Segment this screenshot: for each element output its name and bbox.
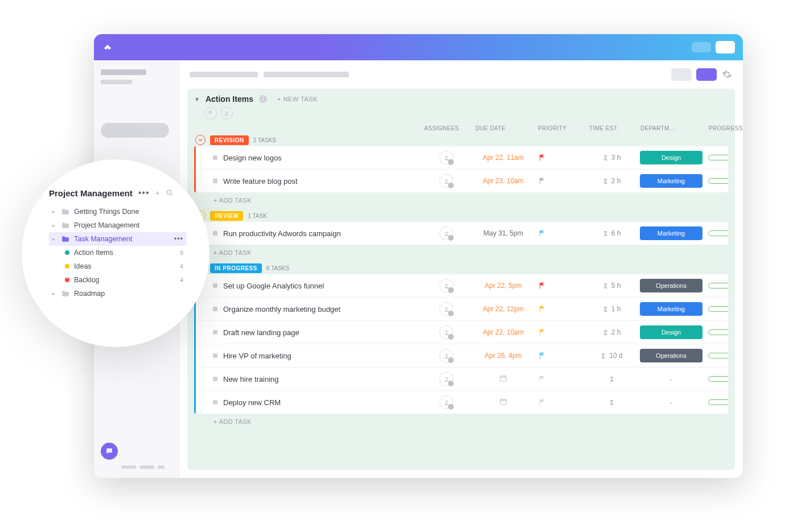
task-due-date[interactable]: Apr 22, 5pm (475, 282, 532, 290)
assignee-placeholder[interactable] (439, 226, 453, 240)
assignee-placeholder[interactable] (439, 279, 453, 292)
task-progress[interactable]: 0% (708, 353, 728, 359)
task-department-tag[interactable]: Marketing (640, 226, 702, 240)
space-more-button[interactable]: ••• (138, 188, 150, 198)
task-department-empty[interactable]: - (640, 398, 702, 407)
task-department-tag[interactable]: Marketing (640, 302, 702, 316)
nav-folder-item[interactable]: ▸ Task Management ••• (49, 232, 187, 246)
task-row[interactable]: Deploy new CRM - 0% (196, 390, 728, 414)
assignee-placeholder[interactable] (439, 151, 453, 164)
nav-folder-item[interactable]: ▸ Roadmap (49, 287, 187, 300)
task-due-date[interactable]: Apr 26, 4pm (475, 352, 532, 360)
nav-item-more[interactable]: ••• (174, 235, 183, 243)
task-department-tag[interactable]: Design (640, 151, 702, 164)
task-progress[interactable]: 0% (708, 178, 728, 184)
assignee-placeholder[interactable] (439, 349, 453, 362)
task-due-date[interactable]: May 31, 5pm (475, 229, 532, 237)
add-task-button[interactable]: + ADD TASK (194, 245, 728, 257)
task-row[interactable]: Run productivity Adwords campaign May 31… (196, 222, 728, 245)
chat-button[interactable] (101, 443, 118, 460)
nav-folder-item[interactable]: ▸ Project Management (49, 218, 187, 232)
group-status-label[interactable]: IN PROGRESS (210, 263, 262, 273)
add-task-button[interactable]: + ADD TASK (194, 192, 728, 205)
info-icon[interactable]: i (259, 95, 267, 103)
column-progress[interactable]: PROGRESS (709, 125, 743, 131)
task-time-estimate[interactable]: 1 h (589, 305, 634, 313)
task-progress[interactable]: 0% (708, 399, 728, 406)
assignee-placeholder[interactable] (439, 395, 453, 409)
sidebar-search[interactable] (101, 123, 169, 138)
nav-list-item[interactable]: Action Items 9 (49, 246, 187, 259)
titlebar-toggle-primary[interactable] (716, 41, 735, 53)
task-priority-flag[interactable] (537, 304, 547, 314)
settings-button[interactable] (721, 69, 733, 80)
new-task-button[interactable]: + NEW TASK (277, 96, 318, 102)
task-row[interactable]: Set up Google Analytics funnel Apr 22, 5… (196, 274, 728, 297)
task-time-estimate-empty[interactable] (589, 376, 634, 382)
task-department-empty[interactable]: - (640, 375, 702, 383)
view-toggle-button[interactable] (671, 68, 692, 81)
task-row[interactable]: New hire training - 0% (196, 367, 728, 390)
task-row[interactable]: Design new logos Apr 22, 11am 3 h Design… (196, 146, 728, 169)
task-due-date[interactable]: Apr 22, 12pm (475, 305, 532, 313)
assignee-placeholder-icon[interactable] (220, 107, 233, 119)
task-department-tag[interactable]: Design (640, 325, 702, 339)
task-time-estimate[interactable]: 5 h (589, 282, 634, 290)
task-progress[interactable]: 0% (708, 329, 728, 336)
task-time-estimate-empty[interactable] (589, 399, 634, 406)
column-assignees[interactable]: ASSIGNEES (424, 125, 470, 131)
task-progress[interactable]: 0% (708, 230, 728, 237)
task-due-date[interactable]: Apr 22, 11am (475, 154, 532, 162)
task-progress[interactable]: 0% (708, 283, 728, 289)
view-toggle-button-active[interactable] (696, 68, 717, 81)
nav-folder-item[interactable]: ▸ Getting Things Done (49, 205, 187, 218)
task-priority-flag[interactable] (537, 351, 547, 360)
task-row[interactable]: Hire VP of marketing Apr 26, 4pm 10 d Op… (196, 344, 728, 367)
task-progress[interactable]: 0% (708, 376, 728, 382)
space-add-button[interactable]: + (155, 188, 160, 197)
task-time-estimate[interactable]: 3 h (589, 154, 634, 162)
task-due-date[interactable]: Apr 23, 10am (475, 177, 532, 185)
task-department-tag[interactable]: Operations (640, 279, 702, 292)
assignee-placeholder[interactable] (439, 174, 453, 188)
task-due-date[interactable]: Apr 22, 10am (475, 328, 532, 336)
group-status-label[interactable]: REVISION (210, 135, 249, 145)
task-due-date-empty[interactable] (475, 398, 532, 407)
group-status-label[interactable]: REVIEW (210, 211, 243, 221)
assignee-placeholder[interactable] (439, 372, 453, 386)
task-priority-flag[interactable] (537, 229, 547, 238)
task-row[interactable]: Draft new landing page Apr 22, 10am 2 h … (196, 320, 728, 344)
task-priority-flag[interactable] (537, 176, 547, 185)
nav-list-item[interactable]: Ideas 4 (49, 259, 187, 273)
column-due-date[interactable]: DUE DATE (475, 125, 532, 131)
task-priority-empty[interactable] (537, 374, 547, 383)
task-time-estimate[interactable]: 6 h (589, 229, 634, 237)
task-priority-flag[interactable] (537, 281, 547, 290)
task-time-estimate[interactable]: 2 h (589, 177, 634, 185)
flag-icon (538, 305, 546, 313)
space-search-button[interactable] (166, 189, 174, 197)
add-task-button[interactable]: + ADD TASK (194, 414, 728, 426)
task-time-estimate[interactable]: 2 h (589, 328, 634, 336)
task-progress[interactable]: 0% (708, 306, 728, 312)
task-department-tag[interactable]: Operations (640, 349, 702, 362)
nav-list-item[interactable]: Backlog 4 (49, 273, 187, 287)
task-department-tag[interactable]: Marketing (640, 174, 702, 188)
priority-placeholder-icon[interactable] (204, 107, 217, 119)
assignee-placeholder[interactable] (439, 302, 453, 316)
section-collapse-caret[interactable]: ▼ (194, 96, 200, 102)
task-progress[interactable]: 0% (708, 155, 728, 161)
task-time-estimate[interactable]: 10 d (589, 352, 634, 360)
column-department[interactable]: DEPARTM... (640, 125, 703, 131)
group-collapse-toggle[interactable] (195, 135, 206, 145)
task-priority-empty[interactable] (537, 398, 547, 407)
titlebar-toggle-secondary[interactable] (692, 42, 711, 52)
column-time-est[interactable]: TIME EST. (589, 125, 635, 131)
task-due-date-empty[interactable] (475, 374, 532, 384)
assignee-placeholder[interactable] (439, 325, 453, 339)
task-row[interactable]: Write feature blog post Apr 23, 10am 2 h… (196, 169, 728, 192)
task-priority-flag[interactable] (537, 153, 547, 162)
task-row[interactable]: Organize monthly marketing budget Apr 22… (196, 297, 728, 320)
column-priority[interactable]: PRIORITY (538, 125, 584, 131)
task-priority-flag[interactable] (537, 328, 547, 337)
